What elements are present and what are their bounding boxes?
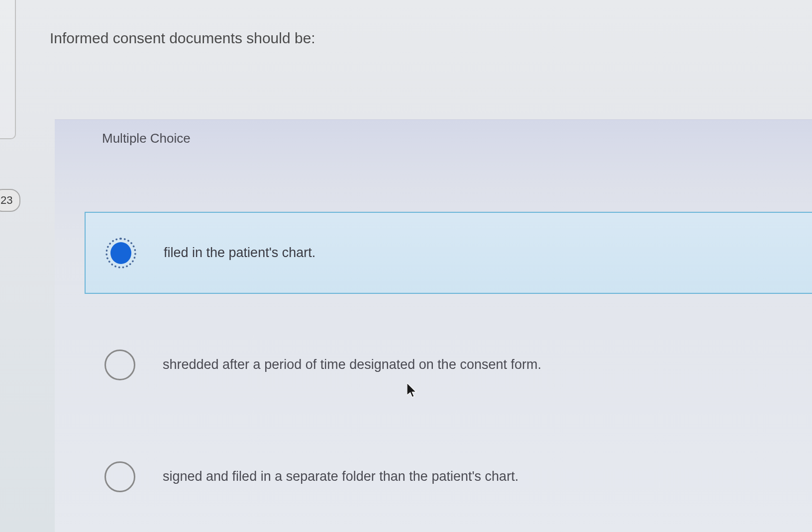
question-type-label: Multiple Choice <box>55 120 812 162</box>
option-row-3[interactable]: signed and filed in a separate folder th… <box>85 436 812 518</box>
question-container: Multiple Choice filed in the patient's c… <box>55 119 812 532</box>
option-label-2: shredded after a period of time designat… <box>163 357 541 372</box>
option-label-3: signed and filed in a separate folder th… <box>163 469 518 484</box>
option-label-1: filed in the patient's chart. <box>164 245 315 261</box>
question-text: Informed consent documents should be: <box>50 30 315 47</box>
radio-button-unselected[interactable] <box>104 350 135 380</box>
radio-button-selected[interactable] <box>105 238 136 268</box>
question-number-badge: 23 <box>0 189 20 212</box>
radio-fill-icon <box>110 242 131 264</box>
options-area: filed in the patient's chart. shredded a… <box>55 162 812 518</box>
option-row-1[interactable]: filed in the patient's chart. <box>85 212 812 294</box>
radio-button-unselected[interactable] <box>104 461 135 492</box>
left-panel-edge <box>0 0 16 139</box>
option-row-2[interactable]: shredded after a period of time designat… <box>85 324 812 406</box>
